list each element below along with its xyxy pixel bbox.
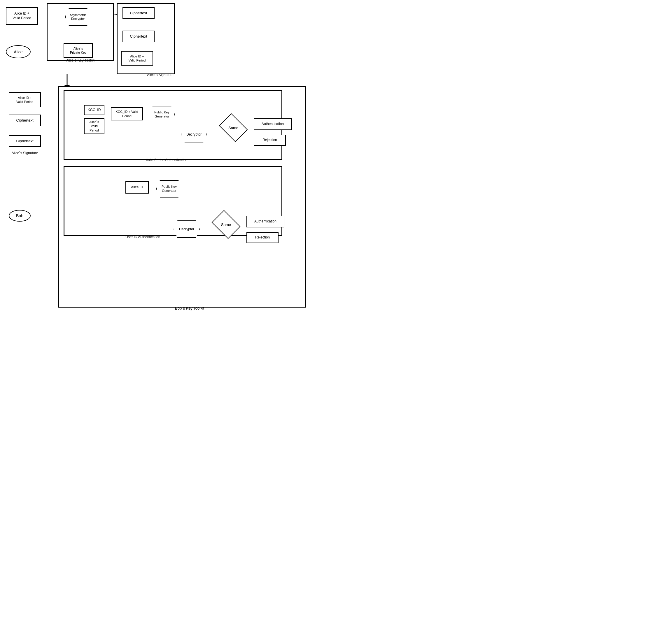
decryptor-2: Decryptor [174, 221, 200, 238]
bob-label: Bob [16, 214, 23, 218]
authentication-2: Authentication [246, 216, 284, 227]
alice-id-valid-left: Alice ID + Valid Period [9, 92, 41, 107]
rejection-1: Rejection [254, 135, 286, 146]
alice-id-valid-signature: Alice ID + Valid Period [121, 51, 153, 66]
alice-key-toolkit-label: Alice`s Key Toolkit [51, 58, 109, 62]
user-id-auth-label: User ID Authentication [125, 235, 160, 239]
ciphertext-left-1: Ciphertext [9, 115, 41, 126]
alice-oval: Alice [6, 45, 31, 58]
alice-id-valid-top: Alice ID + Valid Period [6, 7, 38, 25]
rejection-2: Rejection [246, 232, 279, 243]
alice-valid-period-box: Alice`s Valid Period [84, 118, 104, 134]
diagram-container: Alice Alice ID + Valid Period Alice`s Ke… [0, 0, 323, 322]
public-key-gen-2: Public Key Generator [154, 179, 184, 198]
asymmetric-encryptor: Asymmetric Encryptor [63, 8, 93, 26]
kgc-id-box: KGC_ID [84, 105, 104, 115]
public-key-gen-1: Public Key Generator [147, 105, 177, 124]
alice-label: Alice [14, 49, 22, 54]
ciphertext-top-2: Ciphertext [122, 31, 154, 42]
ciphertext-top-1: Ciphertext [122, 7, 154, 19]
alice-id-bottom: Alice ID [125, 181, 149, 194]
bob-key-toolkit-label: Bob`s Key Toolkit [175, 306, 204, 310]
same-1-diamond: Same [220, 116, 246, 139]
decryptor-1: Decryptor [181, 126, 207, 143]
alice-signature-label: Alice`s Signature [118, 73, 174, 77]
alice-signature-left-label: Alice`s Signature [7, 151, 42, 155]
alice-private-key: Alice`s Private Key [64, 43, 93, 58]
authentication-1: Authentication [254, 118, 292, 130]
bob-oval: Bob [9, 210, 31, 222]
same-2-diamond: Same [213, 213, 239, 236]
valid-period-auth-label: Valid Period Authentication [146, 158, 188, 162]
ciphertext-left-2: Ciphertext [9, 135, 41, 147]
kgc-id-valid-period-box: KGC_ID + Valid Period [111, 107, 143, 120]
